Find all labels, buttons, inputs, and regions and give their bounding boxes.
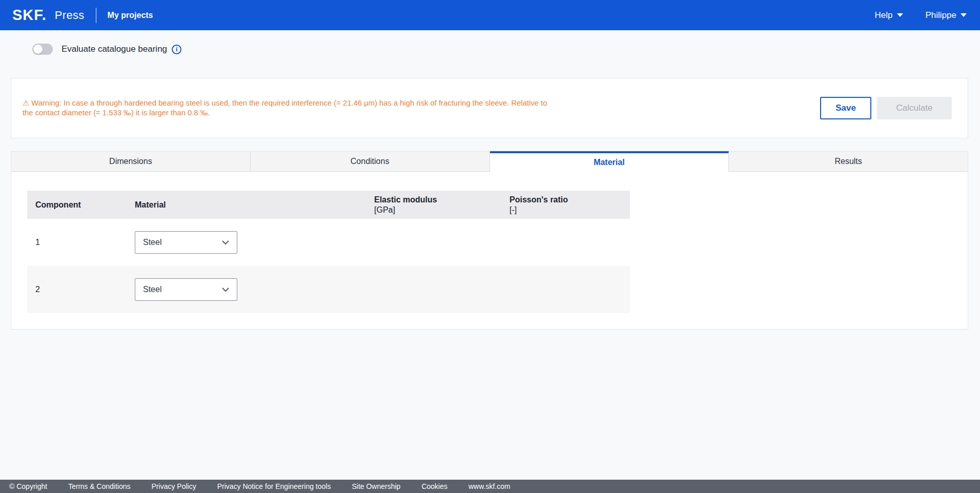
- table-row: 1 Steel: [27, 219, 630, 266]
- toggle-knob: [33, 45, 43, 54]
- app-header: SKF. Press My projects Help Philippe: [0, 0, 980, 30]
- help-menu[interactable]: Help: [875, 10, 903, 20]
- material-table: Component Material Elastic modulus [GPa]…: [27, 191, 630, 313]
- footer-skf-link[interactable]: www.skf.com: [468, 482, 511, 490]
- material-select-row-2[interactable]: Steel: [135, 278, 237, 301]
- tab-conditions[interactable]: Conditions: [251, 151, 490, 172]
- header-divider: [96, 8, 96, 23]
- tab-bar: Dimensions Conditions Material Results: [11, 151, 968, 172]
- chevron-down-icon: [222, 287, 229, 292]
- column-unit: [GPa]: [374, 206, 509, 215]
- user-menu[interactable]: Philippe: [926, 10, 967, 20]
- component-number: 1: [27, 238, 135, 247]
- footer-site-ownership[interactable]: Site Ownership: [352, 482, 400, 490]
- component-number: 2: [27, 285, 135, 294]
- material-cell: Steel: [135, 231, 374, 254]
- column-header-poissons-ratio: Poisson's ratio [-]: [509, 195, 630, 215]
- evaluate-toggle-row: Evaluate catalogue bearing i: [32, 44, 181, 55]
- warning-card: ⚠Warning: In case a through hardened bea…: [11, 78, 968, 138]
- tab-results[interactable]: Results: [729, 151, 968, 172]
- warning-icon: ⚠: [23, 99, 29, 107]
- column-header-component: Component: [27, 200, 135, 210]
- evaluate-catalogue-bearing-toggle[interactable]: [32, 44, 53, 55]
- column-label: Component: [35, 200, 135, 210]
- chevron-down-icon: [222, 240, 229, 245]
- column-header-elastic-modulus: Elastic modulus [GPa]: [374, 195, 509, 215]
- warning-message: ⚠Warning: In case a through hardened bea…: [23, 98, 556, 118]
- chevron-down-icon: [897, 13, 903, 17]
- column-label: Poisson's ratio: [509, 195, 630, 204]
- calculate-button[interactable]: Calculate: [877, 97, 952, 119]
- main-card: Dimensions Conditions Material Results C…: [11, 151, 968, 330]
- footer-copyright[interactable]: © Copyright: [9, 482, 47, 490]
- info-icon[interactable]: i: [172, 45, 181, 54]
- material-cell: Steel: [135, 278, 374, 301]
- material-select-value: Steel: [143, 238, 161, 247]
- column-label: Elastic modulus: [374, 195, 509, 204]
- footer-cookies[interactable]: Cookies: [421, 482, 447, 490]
- app-name: Press: [55, 9, 85, 22]
- material-select-row-1[interactable]: Steel: [135, 231, 237, 254]
- column-unit: [-]: [509, 206, 630, 215]
- skf-logo[interactable]: SKF.: [12, 7, 47, 24]
- help-menu-label: Help: [875, 10, 893, 20]
- save-button[interactable]: Save: [820, 97, 871, 119]
- action-buttons: Save Calculate: [820, 97, 952, 119]
- user-menu-label: Philippe: [926, 10, 957, 20]
- table-header: Component Material Elastic modulus [GPa]…: [27, 191, 630, 219]
- warning-text: Warning: In case a through hardened bear…: [23, 99, 547, 117]
- app-footer: © Copyright Terms & Conditions Privacy P…: [0, 480, 980, 493]
- nav-my-projects[interactable]: My projects: [108, 11, 153, 20]
- column-header-material: Material: [135, 200, 374, 210]
- footer-terms-conditions[interactable]: Terms & Conditions: [68, 482, 130, 490]
- footer-privacy-policy[interactable]: Privacy Policy: [152, 482, 196, 490]
- tab-dimensions[interactable]: Dimensions: [11, 151, 251, 172]
- table-row: 2 Steel: [27, 266, 630, 313]
- chevron-down-icon: [961, 13, 967, 17]
- footer-privacy-notice[interactable]: Privacy Notice for Engineering tools: [217, 482, 331, 490]
- tab-material[interactable]: Material: [490, 151, 729, 172]
- toggle-label: Evaluate catalogue bearing: [62, 44, 167, 54]
- material-select-value: Steel: [143, 285, 161, 294]
- column-label: Material: [135, 200, 374, 210]
